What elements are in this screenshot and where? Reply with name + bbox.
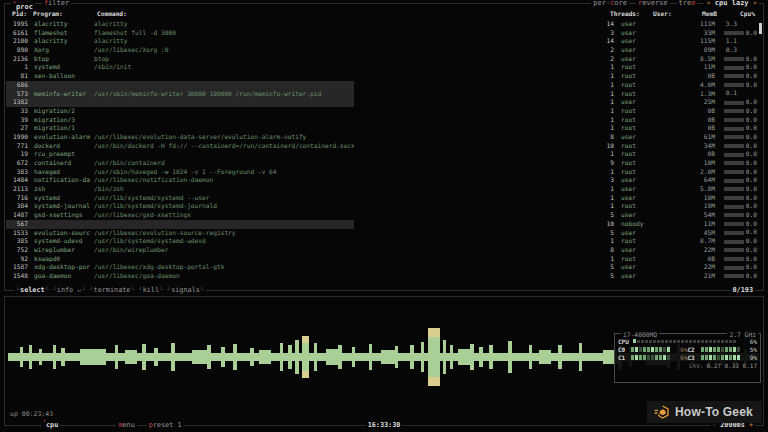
threads-cell: 5: [354, 211, 614, 220]
proc-row[interactable]: 1487gsd-xsettings/usr/libexec/gsd-xsetti…: [6, 211, 762, 220]
mem-cell: 19M: [677, 202, 715, 211]
proc-row[interactable]: 890Xorg/usr/libexec/Xorg :02user89M0.3: [6, 46, 762, 55]
proc-row[interactable]: 573meminfo-writer/usr/sbin/meminfo-write…: [6, 90, 762, 99]
proc-row[interactable]: 39migration/31root0B0.0: [6, 116, 762, 125]
cpu-graph-bar: [493, 353, 508, 361]
mem-cell: 89M: [677, 46, 715, 55]
signals-action[interactable]: signals: [171, 286, 200, 294]
core-meter-block: [721, 355, 724, 360]
howtogeek-watermark: How-To Geek: [647, 401, 762, 423]
proc-row-left: 1995alacrittyalacritty: [6, 20, 354, 29]
proc-row[interactable]: 672containerd/usr/bin/containerd9root10M…: [6, 159, 762, 168]
pid-cell: 752: [6, 246, 28, 255]
proc-row[interactable]: 716systemd/usr/lib/systemd/systemd --use…: [6, 194, 762, 203]
sort-next-icon[interactable]: »: [753, 0, 757, 7]
proc-row[interactable]: 385systemd-udevd/usr/lib/systemd/systemd…: [6, 237, 762, 246]
cpu-frequency: 2.7 GHz: [727, 330, 758, 339]
core-meter-block: [729, 347, 732, 352]
cpu-history-block: [724, 66, 744, 70]
proc-row[interactable]: 2100alacrittyalacritty14user115M1.1: [6, 37, 762, 46]
kill-action[interactable]: kill: [143, 286, 159, 294]
cpu-meter-tick: [733, 340, 736, 343]
proc-row-left: 19rcu_preempt: [6, 150, 354, 159]
menu-button[interactable]: menu: [116, 421, 136, 429]
program-cell: systemd: [34, 194, 94, 203]
col-header-threads[interactable]: Threads:: [610, 10, 640, 17]
proc-row[interactable]: 92kswapd01root0B0.0: [6, 255, 762, 264]
col-header-cpu[interactable]: Cpu%: [740, 10, 755, 17]
sort-selector[interactable]: « cpu lazy »: [704, 0, 759, 8]
col-header-program[interactable]: Program:: [33, 10, 63, 17]
command-cell: [94, 255, 354, 264]
core-label: C1: [618, 354, 631, 361]
proc-row[interactable]: 56710nobody11M0.0: [6, 220, 762, 229]
info-action[interactable]: info: [57, 286, 73, 294]
preset-button[interactable]: preset 1: [147, 421, 184, 429]
user-cell: root: [614, 150, 677, 159]
col-header-pid[interactable]: Pid:: [5, 10, 27, 17]
proc-row[interactable]: 384systemd-journal/usr/lib/systemd/syste…: [6, 202, 762, 211]
cpu-bottom-bar-left: ¹cpu menu preset 1: [41, 417, 184, 430]
proc-row[interactable]: 1990evolution-alarm/usr/libexec/evolutio…: [6, 133, 762, 142]
col-header-mem[interactable]: MemB: [702, 10, 717, 17]
proc-row[interactable]: 2113zsh/bin/zsh1user5.8M0.0: [6, 185, 762, 194]
command-cell: /usr/libexec/xdg-desktop-portal-gtk: [94, 263, 354, 272]
proc-row[interactable]: 27migration/11root0B0.0: [6, 124, 762, 133]
proc-row[interactable]: 6861root4.0M0.0: [6, 81, 762, 90]
user-cell: root: [614, 107, 677, 116]
proc-row[interactable]: 13821user25M0.0: [6, 98, 762, 107]
cpu-meter-tick: [729, 340, 732, 343]
command-cell: [94, 98, 354, 107]
proc-row[interactable]: 81xen-balloon1root0B0.0: [6, 72, 762, 81]
core-meter-block: [663, 355, 666, 360]
program-cell: systemd-journal: [34, 202, 94, 211]
proc-row-right: 5user22M0.0: [354, 263, 762, 272]
pid-cell: 1990: [6, 133, 28, 142]
cpu-history-block: [724, 170, 744, 174]
pid-cell: 383: [6, 168, 28, 177]
pid-cell: 771: [6, 142, 28, 151]
reverse-toggle[interactable]: reverse: [636, 0, 670, 8]
proc-row[interactable]: 6161flameshotflameshot full -d 30003user…: [6, 29, 762, 38]
core-meter-c1: C16%: [618, 354, 688, 361]
core-row: C16%C39%: [615, 353, 760, 361]
proc-row[interactable]: 1995alacrittyalacritty14user111M3.3: [6, 20, 762, 29]
selected-total-count: 0/193: [731, 286, 755, 294]
tree-toggle[interactable]: tree: [677, 0, 698, 8]
proc-row[interactable]: 1548goa-daemon/usr/libexec/goa-daemon5us…: [6, 272, 762, 281]
cpu-cell: 0.0: [715, 81, 762, 90]
pid-cell: 385: [6, 237, 28, 246]
howtogeek-brand-text: How-To Geek: [675, 405, 753, 419]
per-core-toggle[interactable]: per-core: [591, 0, 629, 8]
proc-row[interactable]: 383haveged/usr/sbin/haveged -w 1024 -v 1…: [6, 168, 762, 177]
sort-prev-icon[interactable]: «: [706, 0, 710, 7]
proc-row[interactable]: 2136btopbtop2user8.5M0.0: [6, 55, 762, 64]
user-cell: user: [614, 272, 677, 281]
cpu-cell: 0.0: [715, 29, 762, 38]
cpu-graph-bar: [551, 353, 558, 361]
proc-row[interactable]: 1484notification-da/usr/libexec/notifica…: [6, 176, 762, 185]
proc-row[interactable]: 1533evolution-sourc/usr/libexec/evolutio…: [6, 229, 762, 238]
user-cell: root: [614, 237, 677, 246]
proc-row[interactable]: 752wireplumber/usr/bin/wireplumber8user2…: [6, 246, 762, 255]
proc-row-right: 9root10M0.0: [354, 159, 762, 168]
proc-row[interactable]: 1587xdg-desktop-por/usr/libexec/xdg-desk…: [6, 263, 762, 272]
proc-row-left: 716systemd/usr/lib/systemd/systemd --use…: [6, 194, 354, 203]
col-header-user[interactable]: User:: [653, 10, 672, 17]
cpu-graph-bar: [381, 350, 395, 364]
core-meter-block: [667, 355, 670, 360]
user-cell: root: [614, 124, 677, 133]
select-action[interactable]: select: [20, 286, 45, 294]
command-cell: [94, 107, 354, 116]
user-cell: user: [614, 211, 677, 220]
threads-cell: 1: [354, 72, 614, 81]
cpu-cell: 0.0: [715, 229, 762, 238]
terminate-action[interactable]: terminate: [94, 286, 131, 294]
proc-row-left: 752wireplumber/usr/bin/wireplumber: [6, 246, 354, 255]
program-cell: xdg-desktop-por: [34, 263, 94, 272]
proc-row[interactable]: 33migration/21root0B0.0: [6, 107, 762, 116]
proc-row[interactable]: 771dockerd/usr/bin/dockerd -H fd:// --co…: [6, 142, 762, 151]
proc-row[interactable]: 19rcu_preempt1root0B0.0: [6, 150, 762, 159]
proc-row[interactable]: 1systemd/sbin/init1root11M0.0: [6, 63, 762, 72]
col-header-command[interactable]: Command:: [97, 10, 127, 17]
